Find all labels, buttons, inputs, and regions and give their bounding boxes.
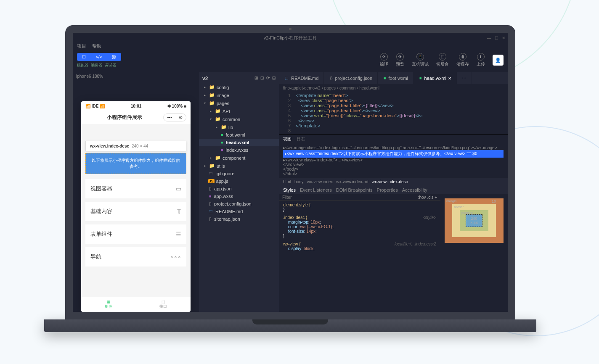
file-appjson[interactable]: {}app.json [199,185,279,193]
tab-project[interactable]: {}project.config.json [324,72,378,84]
inspector-tooltip: wx-view.index-desc240 × 44 [85,141,186,151]
tool-preview[interactable]: 👁预览 [396,53,404,67]
menubar: 项目 帮助 [73,43,508,51]
phone-preview: 📶 IDE 📶 10:01 ✱ 100% ■ 小程序组件展示 •••⊙ wx-v… [81,101,191,312]
folder-common[interactable]: ▾📁common [199,115,279,123]
breakpoints-tab[interactable]: DOM Breakpoints [336,187,373,193]
add-rule-icon[interactable]: + [435,195,437,200]
tabbar-component[interactable]: ▦组件 [81,297,136,312]
laptop-frame: v2-FinClip小程序开发工具 —☐✕ 项目 帮助 ☐ </> ⛓ 模拟器 … [65,25,515,332]
mode-editor[interactable]: </> [91,53,107,61]
mode-simulator[interactable]: ☐ [77,53,91,61]
folder-utils[interactable]: ▸📁utils [199,162,279,170]
list-item[interactable]: 视图容器▭ [85,179,186,198]
menu-project[interactable]: 项目 [77,43,86,51]
breadcrumb[interactable]: fino-applet-demo-v2 › pages › common › h… [279,84,508,92]
folder-config[interactable]: ▸📁config [199,83,279,91]
tab-readme[interactable]: ⬚README.md [279,72,324,84]
mode-label: 模拟器 [77,63,88,68]
style-rule[interactable]: element.style {} [279,201,440,214]
tab-more[interactable]: ⋯ [457,72,472,84]
file-appwxss[interactable]: ■app.wxss [199,193,279,200]
ide-window: v2-FinClip小程序开发工具 —☐✕ 项目 帮助 ☐ </> ⛓ 模拟器 … [73,33,508,312]
tool-background[interactable]: ⬚切后台 [436,53,449,67]
file-indexwxss[interactable]: ■index.wxss [199,146,279,154]
simulator-pane: iphone6 100% 📶 IDE 📶 10:01 ✱ 100% ■ 小程序组… [73,72,199,312]
list-item[interactable]: 基础内容𝕋 [85,202,186,221]
style-rule[interactable]: <style> .index-desc { margin-top: 10px; … [279,214,440,240]
page-title: 小程序组件展示 [107,114,142,121]
menu-help[interactable]: 帮助 [92,43,101,51]
list-item[interactable]: 表单组件☰ [85,224,186,244]
status-time: 10:01 [131,104,142,108]
close-icon[interactable]: ✕ [448,76,451,81]
tool-remote[interactable]: 📱真机调试 [412,53,429,67]
listeners-tab[interactable]: Event Listeners [300,187,332,193]
dom-tree[interactable]: ▸<wx-image class="index-logo" src="../re… [279,144,508,178]
camera-icon [289,28,292,30]
new-folder-icon[interactable]: ⊡ [260,76,264,82]
folder-image[interactable]: ▸📁image [199,91,279,99]
user-avatar[interactable]: 👤 [493,55,504,66]
tool-cache[interactable]: 🗑清缓存 [456,53,469,67]
cls-toggle[interactable]: .cls [427,195,433,200]
code-editor[interactable]: 1<template name="head"> 2 <view class="p… [279,92,508,134]
style-filter[interactable] [282,195,418,200]
editor-pane: ⬚README.md {}project.config.json ■foot.w… [279,72,508,312]
folder-pages[interactable]: ▾📁pages [199,99,279,107]
mode-label: 调试器 [105,63,116,68]
folder-lib[interactable]: ▸📁lib [199,123,279,131]
file-projectconfig[interactable]: {}project.config.json [199,200,279,208]
file-readme[interactable]: ⬚README.md [199,208,279,215]
capsule[interactable]: •••⊙ [163,113,186,121]
folder-api[interactable]: ▸📁API [199,107,279,115]
style-rule[interactable]: localfile:/…index.css:2 wx-view { displa… [279,240,440,253]
file-tree: v2 ⊞⊡⟳⊟ ▸📁config ▸📁image ▾📁pages ▸📁API ▾… [199,72,279,312]
window-title: v2-FinClip小程序开发工具 [264,35,317,41]
file-appjs[interactable]: JSapp.js [199,177,279,185]
accessibility-tab[interactable]: Accessibility [402,187,427,193]
tabbar-api[interactable]: ⬚接口 [136,297,191,312]
device-info[interactable]: iphone6 100% [73,72,199,80]
window-controls[interactable]: —☐✕ [487,36,505,40]
tree-root[interactable]: v2 [202,76,208,82]
tab-foot[interactable]: ■foot.wxml [378,72,413,84]
status-right: ✱ 100% ■ [167,104,186,108]
devtools-tab-view[interactable]: 视图 [283,136,292,142]
file-gitignore[interactable]: ⬚.gitignore [199,170,279,177]
collapse-icon[interactable]: ⊟ [272,76,276,82]
mode-label: 编辑器 [91,63,102,68]
highlighted-element[interactable]: 以下将展示小程序官方组件能力，组件样式仅供参考。 [85,153,186,174]
new-file-icon[interactable]: ⊞ [254,76,258,82]
toolbar: ☐ </> ⛓ 模拟器 编辑器 调试器 ⟳编译 👁预览 📱真机调试 ⬚切后台 [73,51,508,72]
hov-toggle[interactable]: :hov [418,195,426,200]
list-item[interactable]: 导航∘∘∘ [85,247,186,266]
dom-breadcrumb[interactable]: htmlbodywx-view.indexwx-view.index-hdwx-… [279,178,508,186]
status-left: 📶 IDE 📶 [85,104,105,108]
mode-debugger[interactable]: ⛓ [107,53,121,61]
folder-component[interactable]: ▸📁component [199,154,279,162]
file-foot[interactable]: ■foot.wxml [199,131,279,139]
styles-tab[interactable]: Styles [283,187,296,193]
devtools-tab-log[interactable]: 日志 [297,136,305,142]
box-model: margin10 border padding 240 × 44 [440,194,508,273]
devtools: 视图 日志 ▸<wx-image class="index-logo" src=… [279,134,508,273]
properties-tab[interactable]: Properties [377,187,398,193]
file-head[interactable]: ■head.wxml [199,139,279,146]
tool-upload[interactable]: ⬆上传 [477,53,485,67]
titlebar: v2-FinClip小程序开发工具 —☐✕ [73,33,508,43]
file-sitemap[interactable]: {}sitemap.json [199,215,279,223]
tab-head[interactable]: ■head.wxml✕ [413,72,457,84]
tool-compile[interactable]: ⟳编译 [380,53,388,67]
refresh-icon[interactable]: ⟳ [266,76,270,82]
